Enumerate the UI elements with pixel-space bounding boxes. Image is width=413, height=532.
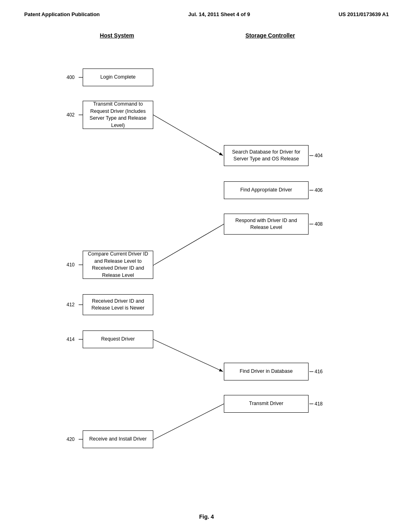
svg-line-13 [154,224,224,265]
box-404: Search Database for Driver for Server Ty… [224,145,309,166]
col-header-host: Host System [81,32,153,39]
box-412: Received Driver ID and Release Level is … [83,294,153,315]
svg-text:420: 420 [67,436,75,442]
header-center: Jul. 14, 2011 Sheet 4 of 9 [188,11,250,17]
box-410-label: Compare Current Driver ID and Release Le… [86,251,150,279]
box-404-label: Search Database for Driver for Server Ty… [227,149,305,163]
svg-text:404: 404 [315,153,323,158]
box-416-label: Find Driver in Database [240,368,292,375]
box-408-label: Respond with Driver ID and Release Level [227,217,305,231]
box-414: Request Driver [83,330,153,348]
box-416: Find Driver in Database [224,363,309,380]
svg-text:416: 416 [315,369,323,374]
svg-text:412: 412 [67,302,75,308]
box-412-label: Received Driver ID and Release Level is … [86,298,150,312]
box-410: Compare Current Driver ID and Release Le… [83,251,153,279]
svg-text:408: 408 [315,221,323,227]
svg-text:402: 402 [67,112,75,118]
svg-text:400: 400 [67,75,75,80]
box-408: Respond with Driver ID and Release Level [224,214,309,235]
svg-line-6 [153,115,223,156]
svg-text:406: 406 [315,187,323,193]
header: Patent Application Publication Jul. 14, … [0,11,413,17]
page: Patent Application Publication Jul. 14, … [0,0,413,532]
header-left: Patent Application Publication [24,11,100,17]
box-402-label: Transmit Command to Request Driver (Incl… [86,101,150,129]
diagram-svg: 400 402 404 406 408 410 412 414 416 [0,0,413,532]
svg-line-25 [154,404,224,439]
box-406: Find Appropriate Driver [224,181,309,199]
box-418: Transmit Driver [224,395,309,413]
svg-text:418: 418 [315,401,323,407]
fig-caption: Fig. 4 [199,513,214,520]
box-400-label: Login Complete [100,74,136,81]
box-406-label: Find Appropriate Driver [240,187,292,194]
box-420-label: Receive and Install Driver [89,436,146,443]
box-420: Receive and Install Driver [83,430,153,448]
col-header-storage: Storage Controller [226,32,315,39]
box-414-label: Request Driver [101,336,135,343]
header-right: US 2011/0173639 A1 [338,11,389,17]
box-418-label: Transmit Driver [249,400,284,407]
box-402: Transmit Command to Request Driver (Incl… [83,101,153,129]
box-400: Login Complete [83,69,153,86]
svg-line-20 [153,339,223,372]
svg-text:410: 410 [67,262,75,268]
svg-text:414: 414 [67,337,75,342]
